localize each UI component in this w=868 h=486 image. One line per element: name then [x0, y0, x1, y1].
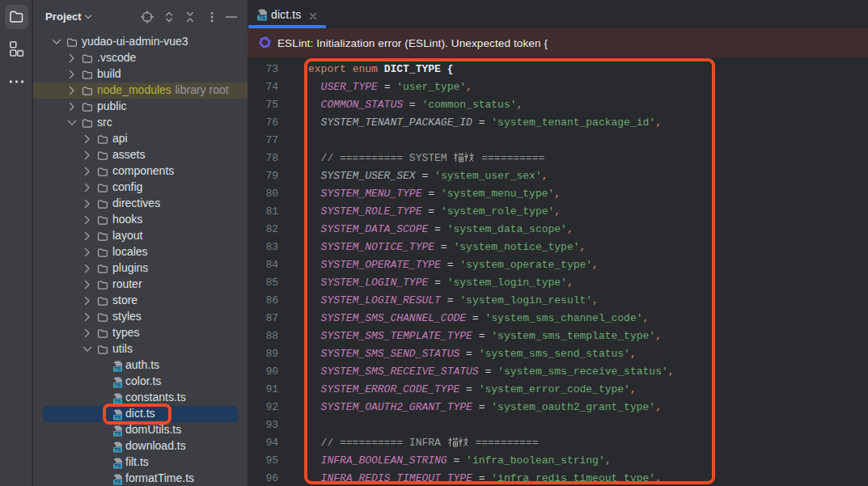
svg-text:TS: TS [259, 15, 266, 20]
svg-text:TS: TS [115, 398, 121, 404]
svg-text:TS: TS [115, 366, 121, 371]
svg-text:TS: TS [115, 382, 121, 387]
svg-text:TS: TS [115, 463, 121, 468]
svg-text:TS: TS [115, 430, 121, 436]
svg-text:TS: TS [115, 479, 121, 484]
svg-text:TS: TS [115, 446, 121, 452]
